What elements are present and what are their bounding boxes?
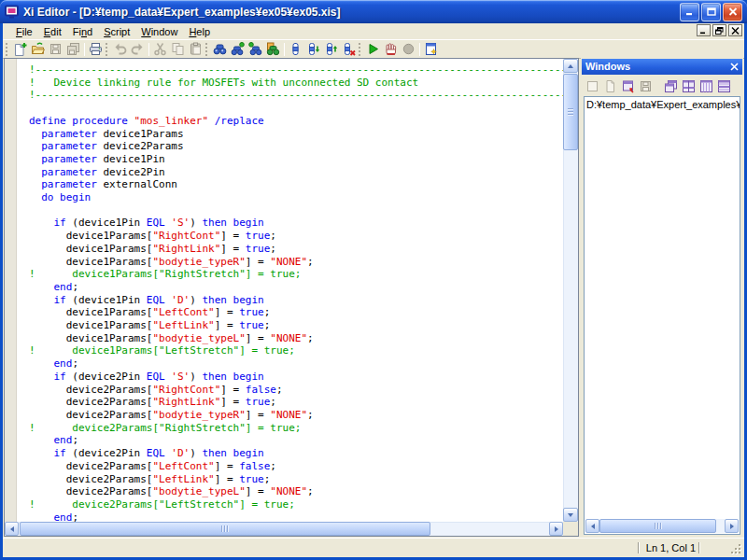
redo-button — [129, 41, 147, 58]
toolbar-grip[interactable] — [106, 43, 108, 56]
arrow-up-icon — [568, 64, 573, 68]
menu-bar-items: FileEditFindScriptWindowHelp — [10, 25, 216, 38]
code-line: device1Params["RightLink"] = true; — [29, 243, 563, 256]
tile-horizontal-button[interactable] — [715, 77, 732, 94]
window-body: FileEditFindScriptWindowHelp — [3, 23, 744, 557]
save-all-icon — [66, 42, 80, 56]
save-icon — [49, 42, 63, 56]
windows-panel-close-button[interactable] — [728, 61, 740, 73]
horizontal-scroll-thumb[interactable] — [20, 522, 430, 536]
menu-item-edit[interactable]: Edit — [38, 25, 67, 38]
windows-list[interactable]: D:¥temp_data¥Expert_examples¥ex05¥ex05.x… — [584, 96, 740, 535]
tile-vertical-icon — [699, 79, 713, 93]
arrow-left-icon — [591, 524, 595, 529]
find-next-button[interactable] — [229, 41, 247, 58]
menu-item-find[interactable]: Find — [67, 25, 98, 38]
window-activate-button[interactable] — [619, 77, 636, 94]
arrow-left-icon — [10, 526, 14, 532]
bookmark-toggle-icon — [289, 42, 303, 56]
bookmark-next-icon — [306, 42, 320, 56]
tile-vertical-button[interactable] — [698, 77, 714, 94]
code-line: ! Device linking rule for MOSFETs with u… — [29, 77, 563, 90]
mdi-restore-icon — [715, 27, 724, 35]
code-line: device2Params["RightLink"] = true; — [29, 396, 563, 409]
toolbar-grip[interactable] — [6, 43, 8, 56]
open-file-icon — [31, 42, 45, 56]
code-line: end; — [29, 281, 563, 294]
menu-item-file[interactable]: File — [10, 25, 38, 38]
bookmark-clear-all-button[interactable] — [340, 41, 358, 58]
bookmark-clear-all-icon — [342, 42, 356, 56]
new-editor-window-button[interactable] — [422, 41, 440, 58]
tile-windows-icon — [682, 79, 696, 93]
menu-item-help[interactable]: Help — [183, 25, 216, 38]
menu-item-script[interactable]: Script — [98, 25, 135, 38]
bookmark-toggle-button[interactable] — [287, 41, 304, 58]
horizontal-scroll-thumb[interactable] — [599, 519, 716, 533]
code-line — [29, 204, 563, 217]
find-in-files-icon — [266, 42, 280, 56]
resize-grip[interactable] — [729, 542, 741, 554]
code-line: if (device1Pin EQL 'S') then begin — [29, 217, 563, 230]
mdi-minimize-button[interactable] — [697, 24, 711, 36]
undo-button — [111, 41, 129, 58]
window-new-button — [601, 77, 618, 94]
status-separator — [638, 542, 640, 553]
toolbar-separator — [148, 43, 149, 56]
tile-windows-button[interactable] — [680, 77, 697, 94]
paste-icon — [189, 42, 203, 56]
cascade-windows-button[interactable] — [662, 77, 679, 94]
print-button[interactable] — [87, 41, 105, 58]
code-line: if (device1Pin EQL 'D') then begin — [29, 294, 563, 307]
new-file-button[interactable] — [11, 41, 29, 58]
scroll-right-button[interactable] — [725, 519, 739, 533]
code-line: device1Params["RightCont"] = true; — [29, 230, 563, 243]
code-line: device1Params["LeftLink"] = true; — [29, 319, 563, 332]
code-text[interactable]: !---------------------------------------… — [18, 59, 563, 522]
mdi-restore-button[interactable] — [712, 24, 726, 36]
title-bar[interactable]: Xi Editor - [D:¥temp_data¥Expert_example… — [0, 0, 747, 23]
run-script-button[interactable] — [364, 41, 382, 58]
caret-position: Ln 1, Col 1 — [646, 542, 696, 553]
windows-list-item[interactable]: D:¥temp_data¥Expert_examples¥ex05¥ex05.x… — [585, 97, 740, 111]
bookmark-next-button[interactable] — [304, 41, 322, 58]
editor-gutter — [5, 59, 17, 522]
scroll-right-button[interactable] — [549, 522, 563, 536]
close-button[interactable] — [723, 3, 742, 21]
windows-list-horizontal-scrollbar[interactable] — [585, 519, 739, 533]
windows-panel-titlebar[interactable]: Windows — [582, 59, 742, 75]
code-line: parameter device2Params — [29, 140, 563, 153]
find-previous-button[interactable] — [247, 41, 264, 58]
bookmark-previous-button[interactable] — [322, 41, 340, 58]
code-line — [29, 102, 563, 115]
status-bar: Ln 1, Col 1 — [3, 538, 744, 557]
vertical-scroll-thumb[interactable] — [563, 74, 578, 150]
window-new-icon — [603, 79, 617, 93]
close-icon — [728, 7, 738, 16]
menu-item-window[interactable]: Window — [135, 25, 183, 38]
minimize-button[interactable] — [680, 3, 699, 21]
mdi-close-button[interactable] — [728, 24, 742, 36]
scroll-up-button[interactable] — [563, 59, 578, 73]
scroll-left-button[interactable] — [5, 522, 19, 536]
toolbar-grip[interactable] — [359, 43, 361, 56]
scroll-left-button[interactable] — [585, 519, 599, 533]
scroll-down-button[interactable] — [563, 508, 578, 522]
code-line: parameter externalConn — [29, 178, 563, 191]
editor-horizontal-scrollbar[interactable] — [5, 522, 563, 536]
panel-close-icon — [730, 63, 739, 71]
print-icon — [89, 42, 103, 56]
toolbar-separator — [84, 43, 85, 56]
toolbar-grip[interactable] — [205, 43, 208, 56]
stop-script-button — [400, 41, 417, 58]
find-in-files-button[interactable] — [264, 41, 282, 58]
cut-icon — [153, 42, 167, 56]
code-line: parameter device1Params — [29, 128, 563, 141]
open-file-button[interactable] — [29, 41, 47, 58]
find-button[interactable] — [211, 41, 229, 58]
maximize-button[interactable] — [701, 3, 721, 21]
editor-vertical-scrollbar[interactable] — [563, 59, 578, 522]
status-separator — [698, 542, 700, 553]
break-script-button[interactable] — [382, 41, 400, 58]
copy-icon — [171, 42, 185, 56]
